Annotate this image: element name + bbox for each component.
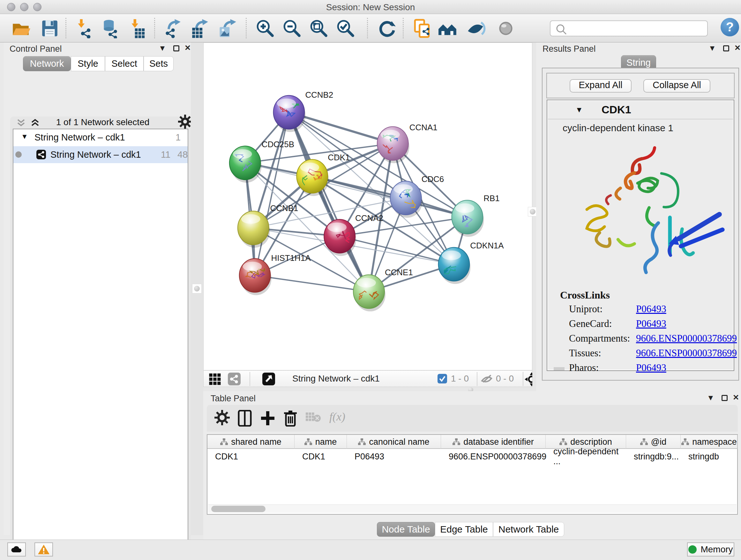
- table-cell[interactable]: P06493: [347, 450, 441, 463]
- table-panel-maximize-button[interactable]: [722, 395, 728, 401]
- node-table[interactable]: shared namenamecanonical namedatabase id…: [207, 434, 738, 515]
- zoom-selected-icon[interactable]: [336, 18, 355, 38]
- crosslink-value-link[interactable]: P06493: [636, 318, 666, 329]
- collapse-all-networks-icon[interactable]: [16, 118, 30, 128]
- collapse-all-button[interactable]: Collapse All: [643, 79, 711, 92]
- results-panel-float-button[interactable]: ▼: [709, 44, 716, 53]
- string-eye-icon[interactable]: [496, 18, 516, 38]
- delete-column-icon[interactable]: [283, 410, 300, 427]
- table-scrollbar-thumb[interactable]: [211, 506, 266, 512]
- export-network-icon[interactable]: [163, 18, 183, 38]
- control-panel-maximize-button[interactable]: [173, 45, 179, 51]
- network-node-CDC6[interactable]: [390, 181, 422, 218]
- network-options-gear-icon[interactable]: [178, 115, 192, 130]
- network-node-CCNA1[interactable]: [377, 126, 409, 163]
- network-edge[interactable]: [255, 275, 369, 292]
- left-splitter[interactable]: [191, 43, 203, 535]
- table-settings-gear-icon[interactable]: [214, 410, 231, 427]
- network-node-HIST1H1A[interactable]: [239, 259, 272, 295]
- table-cell[interactable]: 9606.ENSP00000378699: [441, 450, 546, 463]
- zoom-fit-icon[interactable]: [309, 18, 329, 38]
- gene-section-header[interactable]: ▼ CDK1: [548, 101, 733, 119]
- crosslink-value-link[interactable]: P06493: [636, 303, 666, 315]
- left-splitter-handle[interactable]: [192, 284, 202, 294]
- column-header-namespace[interactable]: namespace: [681, 435, 738, 449]
- import-table-icon[interactable]: [128, 18, 147, 38]
- tab-network-table[interactable]: Network Table: [493, 522, 564, 537]
- cloud-status-button[interactable]: [7, 543, 26, 557]
- tree-expander-icon[interactable]: ▼: [21, 132, 28, 141]
- show-columns-icon[interactable]: [238, 410, 254, 427]
- grid-view-icon[interactable]: [208, 373, 222, 387]
- string-glass-effect-icon[interactable]: [466, 18, 486, 38]
- column-header-database-identifier[interactable]: database identifier: [441, 435, 546, 449]
- table-cell[interactable]: CDK1: [207, 450, 294, 463]
- network-node-CCNB2[interactable]: [273, 96, 306, 132]
- table-panel-close-button[interactable]: ✕: [733, 393, 739, 402]
- node-label-CCNB1: CCNB1: [270, 204, 298, 212]
- tab-node-table[interactable]: Node Table: [377, 522, 435, 537]
- add-column-icon[interactable]: [260, 410, 277, 427]
- table-cell[interactable]: stringdb:9...: [626, 450, 681, 463]
- results-buttons-box: Expand All Collapse All: [546, 73, 735, 98]
- export-image-icon[interactable]: [216, 18, 236, 38]
- table-panel-float-button[interactable]: ▼: [707, 393, 715, 402]
- selected-nodes-checkbox-icon[interactable]: [437, 374, 448, 385]
- column-header-canonical-name[interactable]: canonical name: [347, 435, 441, 449]
- open-session-icon[interactable]: [11, 18, 30, 38]
- save-session-icon[interactable]: [40, 18, 59, 38]
- network-row-selected[interactable]: String Network – cdk1 11 48: [13, 146, 188, 163]
- network-edge[interactable]: [312, 176, 467, 217]
- network-canvas[interactable]: CCNB2CCNA1CDC25BCDK1CDC6RB1CCNB1CCNA2CDK…: [203, 43, 532, 370]
- gene-collapse-icon[interactable]: ▼: [576, 105, 583, 114]
- network-edge[interactable]: [289, 112, 369, 292]
- string-home-icon[interactable]: [438, 18, 458, 38]
- table-header-row[interactable]: shared namenamecanonical namedatabase id…: [207, 435, 737, 449]
- export-table-icon[interactable]: [189, 18, 209, 38]
- birds-eye-view-icon[interactable]: [262, 373, 276, 387]
- tab-style[interactable]: Style: [71, 56, 105, 71]
- control-panel-float-button[interactable]: ▼: [158, 44, 166, 53]
- crosslink-value-link[interactable]: P06493: [636, 362, 666, 374]
- zoom-out-icon[interactable]: [282, 18, 302, 38]
- string-import-icon[interactable]: [412, 18, 432, 38]
- control-panel-close-button[interactable]: ✕: [185, 44, 191, 52]
- network-collection-row[interactable]: ▼ String Network – cdk1 1: [13, 129, 188, 146]
- table-cell[interactable]: cyclin-dependent ...: [546, 450, 626, 463]
- node-label-CCNE1: CCNE1: [385, 268, 413, 277]
- table-cell[interactable]: CDK1: [294, 450, 347, 463]
- crosslink-value-link[interactable]: 9606.ENSP00000378699: [636, 333, 737, 344]
- expand-all-networks-icon[interactable]: [30, 118, 44, 128]
- network-node-CCNB1[interactable]: [238, 211, 270, 248]
- results-panel-maximize-button[interactable]: [723, 45, 729, 51]
- import-network-database-icon[interactable]: [99, 18, 119, 38]
- column-header--id[interactable]: @id: [626, 435, 681, 449]
- tab-edge-table[interactable]: Edge Table: [435, 522, 493, 537]
- expand-all-button[interactable]: Expand All: [569, 79, 631, 92]
- column-header-shared-name[interactable]: shared name: [207, 435, 294, 449]
- tab-network[interactable]: Network: [23, 56, 71, 71]
- gene-box-scrollbar[interactable]: [554, 367, 564, 370]
- tab-select[interactable]: Select: [105, 56, 144, 71]
- hidden-eye-slash-icon[interactable]: [481, 373, 493, 385]
- warning-status-button[interactable]: [35, 543, 53, 557]
- tab-sets[interactable]: Sets: [144, 56, 174, 71]
- network-overview-icon[interactable]: [228, 373, 241, 387]
- results-panel-close-button[interactable]: ✕: [734, 44, 741, 52]
- network-node-RB1[interactable]: [452, 200, 484, 237]
- network-node-CDKN1A[interactable]: [439, 247, 471, 284]
- help-button[interactable]: ?: [721, 18, 739, 37]
- selected-count-badge: 1 - 0: [451, 374, 469, 384]
- table-horizontal-scrollbar[interactable]: [208, 504, 737, 513]
- column-header-name[interactable]: name: [294, 435, 347, 449]
- network-node-CDK1[interactable]: [296, 159, 329, 196]
- table-cell[interactable]: stringdb: [681, 450, 738, 463]
- refresh-icon[interactable]: [377, 18, 397, 38]
- crosslink-value-link[interactable]: 9606.ENSP00000378699: [636, 348, 737, 359]
- memory-button[interactable]: Memory: [687, 543, 734, 557]
- zoom-in-icon[interactable]: [255, 18, 275, 38]
- network-node-CDC25B[interactable]: [229, 146, 262, 183]
- search-input[interactable]: [550, 20, 708, 37]
- network-node-CCNE1[interactable]: [353, 275, 386, 312]
- import-network-icon[interactable]: [74, 18, 94, 38]
